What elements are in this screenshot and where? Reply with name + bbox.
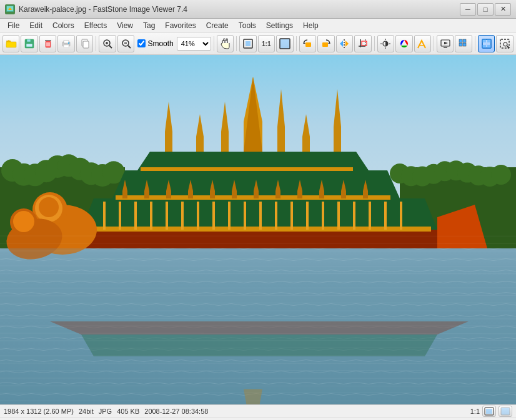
menu-file[interactable]: File <box>2 20 24 31</box>
menu-tag[interactable]: Tag <box>138 20 160 31</box>
svg-rect-43 <box>362 41 367 46</box>
crop-button[interactable] <box>354 35 371 52</box>
status-zoom: 1:1 <box>470 406 512 417</box>
title-bar-left: Karaweik-palace.jpg - FastStone Image Vi… <box>5 4 187 14</box>
file-date: 2008-12-27 08:34:58 <box>144 408 208 415</box>
svg-rect-56 <box>459 43 462 46</box>
svg-rect-30 <box>280 39 290 49</box>
menu-effects[interactable]: Effects <box>79 20 112 31</box>
zoom-level-text: 1:1 <box>470 408 480 415</box>
menu-colors[interactable]: Colors <box>47 20 79 31</box>
zoom-dropdown[interactable]: 25% 33% 41% 50% 67% 75% 100% 150% 200% <box>177 37 211 51</box>
rotate-left-button[interactable] <box>299 35 316 52</box>
title-bar: Karaweik-palace.jpg - FastStone Image Vi… <box>0 0 516 19</box>
bottom-bar: Karaweik-palace.jpg [ 61 / 119 ] ··· <box>0 417 516 420</box>
svg-rect-62 <box>487 45 491 48</box>
svg-rect-67 <box>486 409 492 414</box>
toolbar-separator-5 <box>374 36 375 51</box>
svg-rect-16 <box>64 45 69 47</box>
menu-favorites[interactable]: Favorites <box>160 20 201 31</box>
svg-rect-7 <box>27 39 31 42</box>
image-display-area <box>0 55 516 404</box>
menu-bar: File Edit Colors Effects View Tag Favori… <box>0 19 516 32</box>
toolbar: Smooth 25% 33% 41% 50% 67% 75% 100% 150%… <box>0 32 516 55</box>
pan-tool-button[interactable] <box>217 35 234 52</box>
color-button[interactable] <box>395 35 412 52</box>
window-title: Karaweik-palace.jpg - FastStone Image Vi… <box>19 5 187 14</box>
toolbar-separator-6 <box>434 36 434 51</box>
svg-line-21 <box>109 46 112 48</box>
open-button[interactable] <box>2 35 19 52</box>
slideshow-button[interactable] <box>437 35 454 52</box>
svg-line-64 <box>507 46 509 48</box>
smooth-label: Smooth <box>147 39 173 48</box>
window-controls[interactable]: ─ □ ✕ <box>460 3 511 16</box>
fit-window-button[interactable] <box>239 35 256 52</box>
brightness-button[interactable] <box>377 35 394 52</box>
copy-button[interactable] <box>76 35 93 52</box>
svg-marker-37 <box>340 41 343 47</box>
print-button[interactable] <box>57 35 74 52</box>
actual-size-button[interactable]: 1:1 <box>258 35 275 52</box>
menu-view[interactable]: View <box>112 20 138 31</box>
delete-button[interactable] <box>39 35 56 52</box>
zoom-in-button[interactable] <box>99 35 116 52</box>
svg-point-17 <box>68 42 69 44</box>
menu-help[interactable]: Help <box>298 20 324 31</box>
minimize-button[interactable]: ─ <box>460 3 476 16</box>
fit-status-button[interactable] <box>482 406 496 417</box>
svg-rect-68 <box>501 408 510 415</box>
svg-point-65 <box>504 42 507 46</box>
svg-rect-4 <box>6 42 16 47</box>
toolbar-separator-1 <box>96 36 96 51</box>
fullscreen-button[interactable] <box>478 35 495 52</box>
svg-rect-28 <box>246 41 251 46</box>
menu-tools[interactable]: Tools <box>234 20 261 31</box>
zoom-out-button[interactable] <box>117 35 134 52</box>
color-depth: 24bit <box>79 408 94 415</box>
svg-rect-55 <box>463 39 466 42</box>
zoom-selection-button[interactable] <box>496 35 513 52</box>
status-bar: 1984 x 1312 (2.60 MP) 24bit JPG 405 KB 2… <box>0 404 516 417</box>
maximize-button[interactable]: □ <box>477 3 494 16</box>
image-dimensions: 1984 x 1312 (2.60 MP) <box>4 408 74 415</box>
svg-rect-57 <box>463 43 466 46</box>
app-icon <box>5 4 15 14</box>
svg-rect-15 <box>64 41 69 43</box>
svg-marker-38 <box>345 41 349 47</box>
menu-create[interactable]: Create <box>201 20 234 31</box>
smooth-checkbox-container: Smooth <box>137 39 173 48</box>
svg-rect-9 <box>45 40 51 41</box>
svg-rect-19 <box>83 41 89 48</box>
image-canvas <box>0 55 516 404</box>
flip-h-button[interactable] <box>336 35 353 52</box>
smooth-checkbox[interactable] <box>137 39 146 47</box>
svg-rect-35 <box>322 42 328 47</box>
toolbar-separator-2 <box>214 36 214 51</box>
file-format: JPG <box>99 408 112 415</box>
svg-rect-60 <box>487 39 491 42</box>
close-button[interactable]: ✕ <box>495 3 511 16</box>
toolbar-separator-3 <box>236 36 237 51</box>
svg-rect-53 <box>444 47 447 48</box>
menu-edit[interactable]: Edit <box>24 20 47 31</box>
svg-rect-54 <box>459 39 462 42</box>
toolbar-separator-7 <box>475 36 475 51</box>
svg-rect-61 <box>482 45 486 48</box>
svg-rect-59 <box>482 39 486 42</box>
save-button[interactable] <box>21 35 37 52</box>
status-info: 1984 x 1312 (2.60 MP) 24bit JPG 405 KB 2… <box>4 408 208 415</box>
toolbar-separator-4 <box>296 36 297 51</box>
fill-window-button[interactable] <box>276 35 293 52</box>
svg-line-25 <box>128 46 131 48</box>
rotate-right-button[interactable] <box>317 35 334 52</box>
effects-button[interactable] <box>414 35 431 52</box>
svg-text:1:1: 1:1 <box>262 41 271 47</box>
svg-marker-52 <box>444 42 448 44</box>
menu-settings[interactable]: Settings <box>261 20 298 31</box>
file-size: 405 KB <box>117 408 139 415</box>
thumbnail-button[interactable] <box>455 35 472 52</box>
svg-rect-33 <box>305 42 311 47</box>
fullscreen-status-button[interactable] <box>499 406 512 417</box>
svg-rect-8 <box>26 44 32 47</box>
